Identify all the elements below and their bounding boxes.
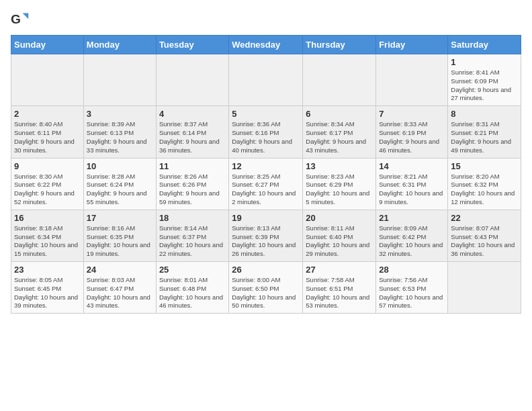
calendar-cell: 16Sunrise: 8:18 AM Sunset: 6:34 PM Dayli… [11,210,84,261]
weekday-header: Tuesday [156,36,228,54]
day-number: 28 [379,265,445,275]
day-info: Sunrise: 8:21 AM Sunset: 6:31 PM Dayligh… [379,173,445,207]
day-info: Sunrise: 8:14 AM Sunset: 6:37 PM Dayligh… [159,224,226,259]
day-number: 17 [87,213,153,223]
day-number: 13 [306,161,373,171]
weekday-header: Saturday [448,36,521,54]
day-number: 4 [159,109,226,119]
svg-marker-1 [23,13,29,19]
calendar-cell: 12Sunrise: 8:25 AM Sunset: 6:27 PM Dayli… [229,158,303,210]
calendar-cell: 21Sunrise: 8:09 AM Sunset: 6:42 PM Dayli… [376,210,448,261]
day-info: Sunrise: 8:40 AM Sunset: 6:11 PM Dayligh… [14,120,81,154]
calendar-cell: 2Sunrise: 8:40 AM Sunset: 6:11 PM Daylig… [11,106,84,158]
day-number: 24 [87,265,153,275]
day-number: 3 [87,109,153,119]
day-info: Sunrise: 7:56 AM Sunset: 6:53 PM Dayligh… [379,276,445,310]
calendar-cell: 3Sunrise: 8:39 AM Sunset: 6:13 PM Daylig… [83,106,156,158]
calendar-cell: 24Sunrise: 8:03 AM Sunset: 6:47 PM Dayli… [83,262,156,314]
day-number: 21 [379,213,445,223]
calendar-cell: 11Sunrise: 8:26 AM Sunset: 6:26 PM Dayli… [156,158,228,210]
svg-text:G: G [11,12,21,26]
calendar-cell: 1Sunrise: 8:41 AM Sunset: 6:09 PM Daylig… [448,54,521,106]
day-info: Sunrise: 8:39 AM Sunset: 6:13 PM Dayligh… [87,120,153,154]
day-info: Sunrise: 8:01 AM Sunset: 6:48 PM Dayligh… [159,276,226,310]
day-number: 15 [451,161,518,171]
day-number: 1 [451,57,518,67]
day-number: 9 [14,161,81,171]
calendar-cell: 5Sunrise: 8:36 AM Sunset: 6:16 PM Daylig… [229,106,303,158]
logo-icon: G [11,11,30,30]
day-info: Sunrise: 8:34 AM Sunset: 6:17 PM Dayligh… [306,120,373,154]
weekday-header: Thursday [303,36,376,54]
day-number: 23 [14,265,81,275]
calendar-cell: 20Sunrise: 8:11 AM Sunset: 6:40 PM Dayli… [303,210,376,261]
weekday-header: Wednesday [229,36,303,54]
calendar-cell: 13Sunrise: 8:23 AM Sunset: 6:29 PM Dayli… [303,158,376,210]
calendar-cell: 26Sunrise: 8:00 AM Sunset: 6:50 PM Dayli… [229,262,303,314]
calendar-cell [156,54,228,106]
calendar-cell: 7Sunrise: 8:33 AM Sunset: 6:19 PM Daylig… [376,106,448,158]
calendar-cell: 15Sunrise: 8:20 AM Sunset: 6:32 PM Dayli… [448,158,521,210]
day-number: 7 [379,109,445,119]
calendar-cell: 27Sunrise: 7:58 AM Sunset: 6:51 PM Dayli… [303,262,376,314]
calendar-cell: 22Sunrise: 8:07 AM Sunset: 6:43 PM Dayli… [448,210,521,261]
weekday-header: Monday [83,36,156,54]
day-info: Sunrise: 8:31 AM Sunset: 6:21 PM Dayligh… [451,120,518,154]
day-info: Sunrise: 8:20 AM Sunset: 6:32 PM Dayligh… [451,173,518,207]
day-number: 2 [14,109,81,119]
calendar-cell: 14Sunrise: 8:21 AM Sunset: 6:31 PM Dayli… [376,158,448,210]
day-info: Sunrise: 8:26 AM Sunset: 6:26 PM Dayligh… [159,173,226,207]
calendar-cell: 23Sunrise: 8:05 AM Sunset: 6:45 PM Dayli… [11,262,84,314]
day-info: Sunrise: 8:30 AM Sunset: 6:22 PM Dayligh… [14,173,81,207]
day-info: Sunrise: 8:00 AM Sunset: 6:50 PM Dayligh… [232,276,300,310]
day-number: 25 [159,265,226,275]
weekday-header: Sunday [11,36,84,54]
calendar-cell [376,54,448,106]
day-info: Sunrise: 8:09 AM Sunset: 6:42 PM Dayligh… [379,224,445,259]
day-info: Sunrise: 8:23 AM Sunset: 6:29 PM Dayligh… [306,173,373,207]
day-number: 16 [14,213,81,223]
calendar-cell: 6Sunrise: 8:34 AM Sunset: 6:17 PM Daylig… [303,106,376,158]
day-info: Sunrise: 8:37 AM Sunset: 6:14 PM Dayligh… [159,120,226,154]
calendar-cell [448,262,521,314]
page-header: G [11,11,521,30]
day-info: Sunrise: 8:07 AM Sunset: 6:43 PM Dayligh… [451,224,518,259]
calendar-cell [83,54,156,106]
day-number: 18 [159,213,226,223]
calendar-cell [303,54,376,106]
day-number: 27 [306,265,373,275]
calendar-cell [11,54,84,106]
day-number: 19 [232,213,300,223]
day-number: 6 [306,109,373,119]
day-info: Sunrise: 8:25 AM Sunset: 6:27 PM Dayligh… [232,173,300,207]
day-info: Sunrise: 8:05 AM Sunset: 6:45 PM Dayligh… [14,276,81,310]
day-info: Sunrise: 8:41 AM Sunset: 6:09 PM Dayligh… [451,68,518,103]
calendar-cell: 25Sunrise: 8:01 AM Sunset: 6:48 PM Dayli… [156,262,228,314]
day-info: Sunrise: 8:18 AM Sunset: 6:34 PM Dayligh… [14,224,81,259]
day-info: Sunrise: 8:28 AM Sunset: 6:24 PM Dayligh… [87,173,153,207]
logo: G [11,11,32,30]
calendar-table: SundayMondayTuesdayWednesdayThursdayFrid… [11,35,521,314]
day-info: Sunrise: 8:11 AM Sunset: 6:40 PM Dayligh… [306,224,373,259]
day-info: Sunrise: 7:58 AM Sunset: 6:51 PM Dayligh… [306,276,373,310]
calendar-cell: 28Sunrise: 7:56 AM Sunset: 6:53 PM Dayli… [376,262,448,314]
calendar-cell [229,54,303,106]
day-number: 5 [232,109,300,119]
day-info: Sunrise: 8:36 AM Sunset: 6:16 PM Dayligh… [232,120,300,154]
calendar-header: SundayMondayTuesdayWednesdayThursdayFrid… [11,36,521,54]
calendar-cell: 18Sunrise: 8:14 AM Sunset: 6:37 PM Dayli… [156,210,228,261]
calendar-cell: 8Sunrise: 8:31 AM Sunset: 6:21 PM Daylig… [448,106,521,158]
day-number: 22 [451,213,518,223]
day-number: 20 [306,213,373,223]
day-info: Sunrise: 8:13 AM Sunset: 6:39 PM Dayligh… [232,224,300,259]
calendar-cell: 9Sunrise: 8:30 AM Sunset: 6:22 PM Daylig… [11,158,84,210]
day-number: 12 [232,161,300,171]
calendar-cell: 4Sunrise: 8:37 AM Sunset: 6:14 PM Daylig… [156,106,228,158]
day-number: 14 [379,161,445,171]
weekday-header: Friday [376,36,448,54]
day-info: Sunrise: 8:33 AM Sunset: 6:19 PM Dayligh… [379,120,445,154]
calendar-cell: 10Sunrise: 8:28 AM Sunset: 6:24 PM Dayli… [83,158,156,210]
calendar-cell: 19Sunrise: 8:13 AM Sunset: 6:39 PM Dayli… [229,210,303,261]
calendar-cell: 17Sunrise: 8:16 AM Sunset: 6:35 PM Dayli… [83,210,156,261]
day-info: Sunrise: 8:03 AM Sunset: 6:47 PM Dayligh… [87,276,153,310]
